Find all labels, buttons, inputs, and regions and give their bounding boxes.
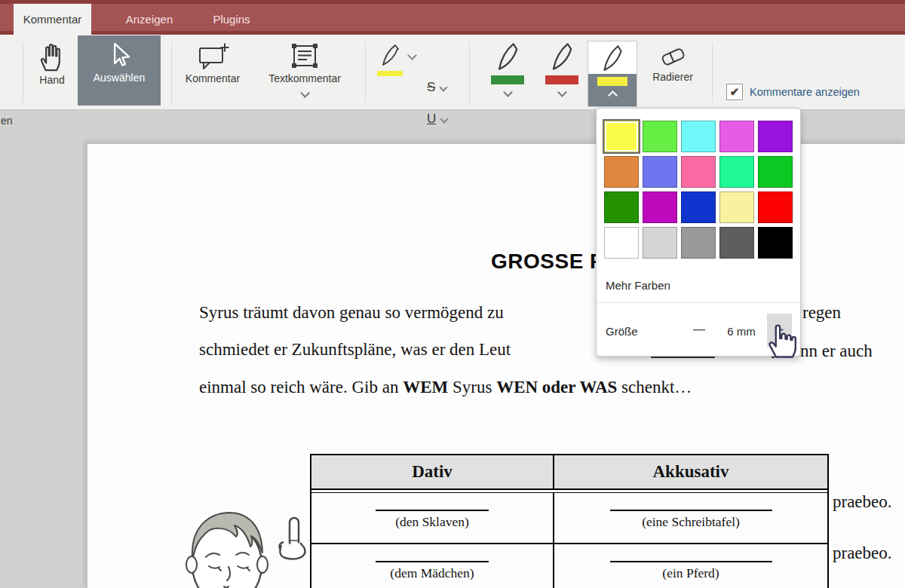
- verb-word: praebeo.: [833, 492, 892, 512]
- underline-button[interactable]: U: [427, 112, 447, 127]
- pen-green-chevron-icon[interactable]: [503, 87, 513, 97]
- highlighter-dropdown-chevron-icon[interactable]: [407, 51, 417, 60]
- show-comments-checkbox[interactable]: ✔: [726, 84, 743, 100]
- color-swatch[interactable]: [719, 156, 754, 188]
- document-text-line1: Syrus träumt davon genau so vermögend zu: [199, 303, 504, 323]
- highlighter-tool-button[interactable]: [373, 38, 421, 109]
- underline-glyph: U: [427, 112, 436, 127]
- table-caption: (den Sklaven): [311, 514, 553, 530]
- comment-tool-button[interactable]: Kommentar: [178, 38, 247, 109]
- color-swatch[interactable]: [758, 156, 793, 188]
- grammar-table: Dativ Akkusativ (den Sklaven) (eine Schr…: [310, 454, 829, 588]
- pdf-annotator-window: Kommentar Anzeigen Plugins en Hand Auswä…: [0, 0, 905, 588]
- pen-red-button[interactable]: [537, 38, 587, 109]
- table-header-akkusativ: Akkusativ: [554, 455, 827, 488]
- comment-tool-label: Kommentar: [186, 72, 240, 84]
- strikethrough-glyph: S: [427, 80, 435, 95]
- table-caption: (ein Pferd): [554, 565, 827, 581]
- color-swatch[interactable]: [604, 227, 639, 259]
- text-box-icon: [289, 41, 321, 71]
- toolbar-divider: [365, 42, 366, 103]
- color-swatch[interactable]: [681, 121, 716, 152]
- color-swatch[interactable]: [643, 156, 677, 188]
- color-swatch[interactable]: [758, 191, 793, 223]
- toolbar-divider: [712, 42, 713, 103]
- color-swatch[interactable]: [681, 227, 716, 259]
- highlighter-pen-icon: [379, 42, 403, 68]
- color-grid: [604, 121, 793, 259]
- toolbar-divider: [171, 42, 172, 103]
- select-tool-button[interactable]: Auswählen: [78, 35, 161, 106]
- verb-word: praebeo.: [833, 544, 892, 563]
- pen-yellow-icon-area: [588, 41, 637, 74]
- color-swatch[interactable]: [643, 191, 677, 223]
- underline-chevron-icon[interactable]: [440, 115, 449, 123]
- pen-yellow-icon: [599, 43, 626, 73]
- fill-in-blank-line: [376, 561, 489, 562]
- color-swatch[interactable]: [719, 121, 754, 152]
- cursor-arrow-icon: [108, 41, 130, 70]
- color-swatch[interactable]: [758, 121, 793, 152]
- table-header-row: Dativ Akkusativ: [311, 455, 827, 488]
- line3-bold-wen-was: WEN oder WAS: [496, 378, 617, 397]
- fill-in-blank-line: [610, 510, 772, 511]
- strikethrough-button[interactable]: S: [427, 80, 446, 95]
- table-caption: (eine Schreibtafel): [554, 514, 827, 530]
- popup-divider: [597, 302, 800, 303]
- color-swatch[interactable]: [604, 121, 639, 152]
- select-tool-label: Auswählen: [94, 72, 146, 84]
- hand-icon: [39, 41, 65, 72]
- document-text-line2: schmiedet er Zukunftspläne, was er den L…: [199, 340, 511, 360]
- table-caption: (dem Mädchen): [311, 565, 553, 581]
- more-colors-link[interactable]: Mehr Farben: [606, 279, 670, 292]
- eraser-tool-label: Radierer: [652, 71, 693, 83]
- toolbar-divider: [469, 42, 470, 103]
- pen-green-color-bar: [491, 75, 524, 84]
- color-swatch[interactable]: [604, 156, 639, 188]
- text-comment-tool-label: Textkommentar: [268, 72, 341, 84]
- fill-in-blank-line: [376, 510, 489, 511]
- table-header-dativ: Dativ: [311, 455, 554, 488]
- line3-normal-text: einmal so reich wäre. Gib an: [199, 378, 403, 397]
- comment-bubble-plus-icon: [195, 42, 230, 71]
- clipped-tool-label[interactable]: en: [1, 115, 13, 127]
- color-swatch[interactable]: [719, 191, 754, 223]
- size-decrease-button[interactable]: —: [693, 323, 705, 336]
- tab-plugins[interactable]: Plugins: [198, 4, 265, 35]
- annotation-toolbar: en Hand Auswählen: [0, 35, 905, 110]
- strikethrough-chevron-icon[interactable]: [440, 83, 448, 91]
- pen-yellow-button[interactable]: [587, 41, 637, 107]
- size-label: Größe: [606, 325, 638, 338]
- color-swatch[interactable]: [681, 156, 716, 188]
- pen-yellow-chevron-up-icon[interactable]: [608, 90, 618, 100]
- toolbar-divider: [23, 42, 23, 103]
- ribbon-tab-bar: Kommentar Anzeigen Plugins: [0, 0, 905, 35]
- pen-green-button[interactable]: [483, 38, 532, 109]
- checkmark-icon: ✔: [730, 85, 740, 99]
- table-row: (den Sklaven) (eine Schreibtafel): [311, 493, 827, 543]
- color-swatch[interactable]: [758, 227, 793, 259]
- cartoon-thinking-man-image: [167, 503, 325, 588]
- pen-yellow-color-bar: [597, 77, 627, 86]
- tab-kommentar[interactable]: Kommentar: [14, 4, 91, 35]
- size-value: 6 mm: [717, 325, 765, 338]
- color-swatch[interactable]: [643, 121, 677, 152]
- line3-bold-wem: WEM: [403, 378, 448, 397]
- tab-anzeigen[interactable]: Anzeigen: [112, 4, 187, 35]
- color-swatch[interactable]: [643, 227, 677, 259]
- pen-red-chevron-icon[interactable]: [557, 87, 567, 97]
- show-comments-label[interactable]: Kommentare anzeigen: [750, 86, 860, 98]
- color-swatch[interactable]: [681, 191, 716, 223]
- line3-normal-text: schenkt…: [617, 378, 692, 397]
- color-swatch[interactable]: [719, 227, 754, 259]
- hand-tool-button[interactable]: Hand: [29, 38, 75, 109]
- color-swatch[interactable]: [604, 191, 639, 223]
- text-comment-tool-button[interactable]: Textkommentar: [255, 38, 354, 109]
- eraser-icon: [657, 44, 689, 69]
- table-row: (dem Mädchen) (ein Pferd): [311, 543, 827, 588]
- document-text-line1-fragment: regen: [802, 303, 841, 323]
- text-comment-dropdown-chevron-icon[interactable]: [300, 88, 310, 98]
- eraser-tool-button[interactable]: Radierer: [645, 38, 701, 109]
- cursor-hand: [766, 320, 798, 360]
- fill-in-blank-line: [610, 561, 772, 562]
